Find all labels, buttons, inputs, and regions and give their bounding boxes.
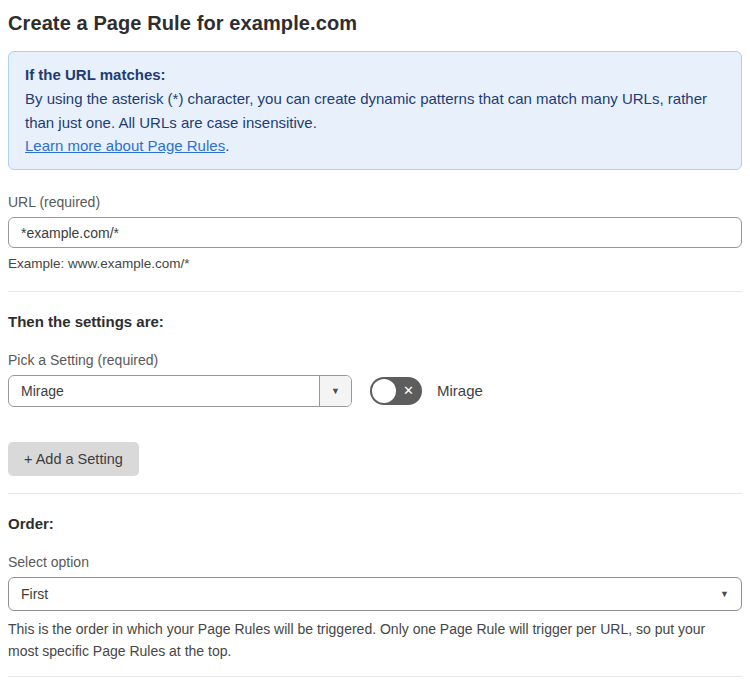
- divider: [8, 291, 742, 292]
- toggle-knob: [372, 379, 396, 403]
- chevron-down-icon: ▼: [331, 386, 340, 396]
- url-field-label: URL (required): [8, 194, 742, 210]
- info-box-link-row: Learn more about Page Rules.: [25, 134, 725, 157]
- order-section-heading: Order:: [8, 515, 742, 532]
- link-suffix: .: [225, 137, 229, 154]
- add-setting-button[interactable]: + Add a Setting: [8, 442, 139, 476]
- chevron-down-icon: ▼: [720, 589, 729, 599]
- learn-more-link[interactable]: Learn more about Page Rules: [25, 137, 225, 154]
- setting-picker-label: Pick a Setting (required): [8, 352, 742, 368]
- url-match-info-box: If the URL matches: By using the asteris…: [8, 51, 742, 170]
- order-select-label: Select option: [8, 554, 742, 570]
- url-field-helper: Example: www.example.com/*: [8, 254, 742, 274]
- order-select-value: First: [21, 586, 48, 602]
- order-select[interactable]: First ▼: [8, 577, 742, 611]
- settings-section-heading: Then the settings are:: [8, 313, 742, 330]
- setting-row: Mirage ▼ ✕ Mirage: [8, 375, 742, 407]
- create-page-rule-form: Create a Page Rule for example.com If th…: [0, 0, 750, 684]
- setting-picker-arrow-button[interactable]: ▼: [319, 376, 351, 406]
- divider: [8, 676, 742, 677]
- toggle-off-x-icon: ✕: [403, 384, 414, 397]
- page-title: Create a Page Rule for example.com: [8, 12, 742, 35]
- toggle-setting-label: Mirage: [437, 382, 483, 399]
- url-input[interactable]: [8, 217, 742, 248]
- info-box-heading: If the URL matches:: [25, 63, 725, 86]
- mirage-toggle[interactable]: ✕: [370, 377, 422, 405]
- setting-picker-value: Mirage: [9, 376, 319, 406]
- order-helper-text: This is the order in which your Page Rul…: [8, 618, 728, 663]
- info-box-body: By using the asterisk (*) character, you…: [25, 87, 725, 134]
- divider: [8, 493, 742, 494]
- setting-picker-dropdown[interactable]: Mirage ▼: [8, 375, 352, 407]
